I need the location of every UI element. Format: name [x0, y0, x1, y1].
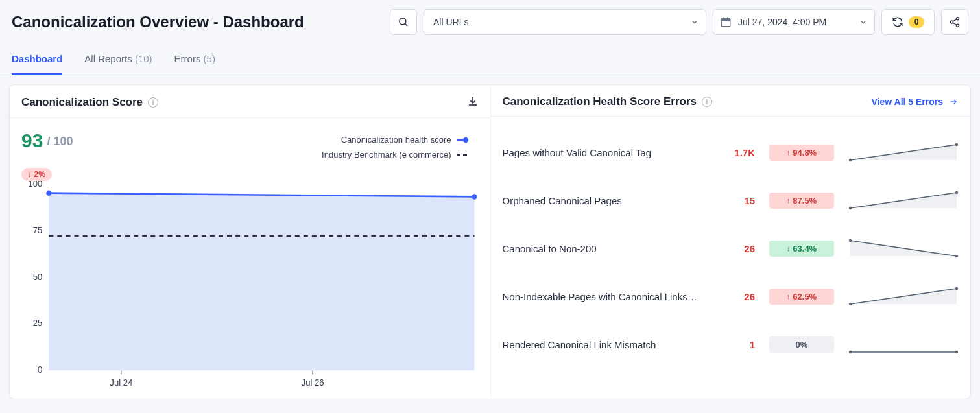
score-summary: 93 / 100 Canonicalization health score I…	[10, 118, 490, 181]
score-title: Canonicalization Score	[21, 96, 143, 109]
arrow-down-icon: ↓	[28, 171, 32, 178]
arrow-up-icon: ↑	[787, 292, 791, 300]
svg-point-33	[955, 351, 958, 353]
dashboard-card: Canonicalization Score i 93 / 100 Canoni…	[9, 84, 971, 399]
error-change-badge: ↑ 62.5%	[769, 289, 834, 305]
svg-text:0: 0	[38, 365, 42, 375]
error-value: 1.7K	[716, 147, 755, 158]
arrow-up-icon: ↑	[787, 148, 791, 156]
svg-text:100: 100	[28, 181, 42, 189]
chevron-down-icon	[690, 18, 699, 27]
svg-point-24	[849, 159, 852, 161]
svg-point-29	[955, 255, 958, 257]
svg-text:Jul 24: Jul 24	[110, 377, 132, 387]
sparkline	[848, 191, 959, 210]
sync-button[interactable]: 0	[881, 9, 935, 35]
view-all-errors-link[interactable]: View All 5 Errors	[872, 97, 959, 107]
sparkline	[848, 239, 959, 258]
error-row[interactable]: Canonical to Non-200 26 ↓ 63.4%	[503, 224, 959, 272]
svg-text:75: 75	[33, 225, 43, 235]
sparkline	[848, 143, 959, 162]
search-icon	[398, 16, 409, 28]
page-header: Canonicalization Overview - Dashboard Al…	[0, 0, 980, 39]
svg-text:50: 50	[33, 272, 43, 281]
error-value: 26	[716, 243, 755, 254]
legend-benchmark-label: Industry Benchmark (e commerce)	[322, 147, 451, 162]
info-icon[interactable]: i	[148, 97, 158, 108]
errors-title: Canonicalization Health Score Errors	[503, 95, 697, 108]
svg-line-10	[953, 23, 957, 25]
svg-line-1	[405, 23, 407, 26]
error-name: Orphaned Canonical Pages	[503, 195, 702, 206]
error-name: Pages without Valid Canonical Tag	[503, 147, 702, 158]
download-button[interactable]	[467, 95, 479, 110]
error-row[interactable]: Pages without Valid Canonical Tag 1.7K ↑…	[503, 128, 959, 176]
share-icon	[949, 16, 961, 28]
score-pane-header: Canonicalization Score i	[10, 85, 490, 118]
share-button[interactable]	[941, 9, 968, 35]
svg-point-27	[955, 191, 958, 194]
calendar-icon	[720, 16, 732, 28]
sparkline	[848, 287, 959, 306]
score-delta-value: 2%	[34, 170, 45, 179]
svg-point-32	[849, 351, 852, 353]
errors-pane-header: Canonicalization Health Score Errors i V…	[491, 85, 971, 117]
chevron-down-icon	[859, 18, 868, 27]
error-value: 15	[716, 195, 755, 206]
error-name: Non-Indexable Pages with Canonical Links…	[503, 291, 702, 302]
svg-text:25: 25	[33, 318, 43, 328]
svg-point-6	[957, 18, 959, 20]
date-label: Jul 27, 2024, 4:00 PM	[738, 17, 826, 27]
svg-point-0	[400, 18, 406, 25]
line-swatch-icon	[457, 137, 467, 143]
svg-point-7	[951, 21, 953, 23]
search-button[interactable]	[390, 9, 417, 35]
svg-point-21	[46, 190, 51, 196]
tab-all-reports[interactable]: All Reports (10)	[84, 53, 152, 75]
svg-line-9	[953, 19, 957, 21]
arrow-down-icon: ↓	[787, 244, 791, 252]
tab-dashboard[interactable]: Dashboard	[12, 53, 62, 75]
score-denom: / 100	[47, 135, 73, 148]
error-change-badge: ↑ 87.5%	[769, 193, 834, 209]
svg-point-26	[849, 207, 852, 209]
page-title: Canonicalization Overview - Dashboard	[12, 13, 383, 31]
date-picker[interactable]: Jul 27, 2024, 4:00 PM	[713, 9, 875, 35]
svg-point-31	[955, 287, 958, 290]
url-filter-select[interactable]: All URLs	[424, 9, 706, 35]
svg-rect-3	[721, 19, 730, 21]
error-list: Pages without Valid Canonical Tag 1.7K ↑…	[491, 117, 971, 368]
svg-point-25	[955, 143, 958, 146]
score-chart: 0255075100Jul 24Jul 26	[10, 181, 490, 399]
sync-count-badge: 0	[909, 16, 925, 28]
sparkline	[848, 335, 959, 354]
download-icon	[467, 95, 479, 107]
tab-errors[interactable]: Errors (5)	[174, 53, 215, 75]
error-name: Rendered Canonical Link Mismatch	[503, 339, 702, 350]
arrow-right-icon	[948, 98, 959, 106]
legend-series-label: Canonicalization health score	[341, 132, 451, 147]
error-row[interactable]: Non-Indexable Pages with Canonical Links…	[503, 272, 959, 320]
score-delta-badge: ↓ 2%	[21, 168, 52, 181]
svg-point-28	[849, 239, 852, 242]
view-all-label: View All 5 Errors	[872, 97, 944, 107]
score-pane: Canonicalization Score i 93 / 100 Canoni…	[10, 85, 490, 399]
error-row[interactable]: Orphaned Canonical Pages 15 ↑ 87.5%	[503, 176, 959, 224]
sync-icon	[892, 16, 903, 28]
svg-text:Jul 26: Jul 26	[302, 377, 324, 387]
error-row[interactable]: Rendered Canonical Link Mismatch 1 0%	[503, 320, 959, 368]
svg-point-22	[472, 194, 477, 200]
error-value: 26	[716, 291, 755, 302]
svg-point-30	[849, 303, 852, 305]
url-filter-label: All URLs	[433, 17, 468, 27]
dash-swatch-icon	[457, 154, 467, 156]
tab-bar: DashboardAll Reports (10)Errors (5)	[0, 39, 980, 75]
error-change-badge: 0%	[769, 336, 834, 353]
error-change-badge: ↓ 63.4%	[769, 241, 834, 257]
info-icon[interactable]: i	[702, 97, 712, 107]
errors-pane: Canonicalization Health Score Errors i V…	[490, 85, 971, 399]
chart-legend: Canonicalization health score Industry B…	[322, 130, 478, 163]
arrow-up-icon: ↑	[787, 196, 791, 204]
error-name: Canonical to Non-200	[503, 243, 702, 254]
score-value: 93	[21, 130, 43, 152]
